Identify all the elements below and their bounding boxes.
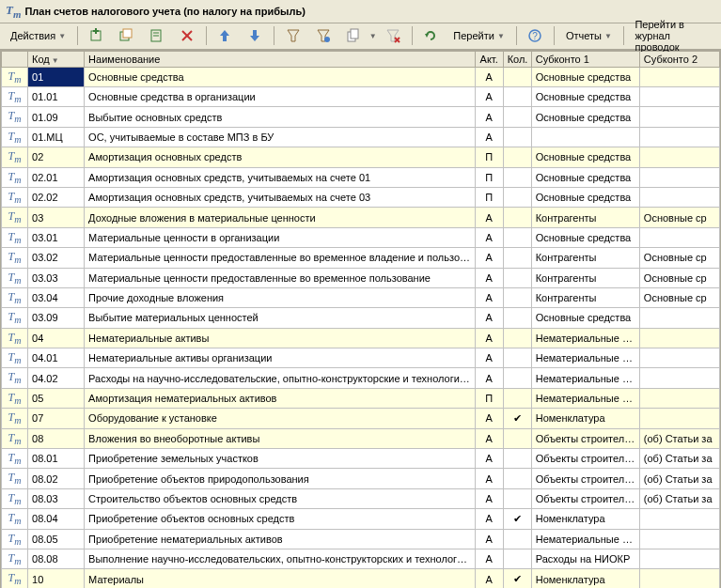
table-row[interactable]: Tт01Основные средстваАОсновные средства — [2, 67, 720, 86]
cell-sub2 — [639, 167, 719, 187]
cell-sub2: (об) Статьи за — [639, 469, 719, 488]
journal-label: Перейти в журнал проводок — [635, 19, 711, 53]
cell-code: 01.01 — [28, 86, 85, 106]
cell-sub1: Основные средства — [531, 86, 639, 106]
col-qty-header[interactable]: Кол. — [503, 51, 531, 67]
delete-icon[interactable] — [173, 25, 201, 46]
help-icon[interactable]: ? — [521, 25, 549, 46]
chevron-down-icon[interactable]: ▼ — [369, 32, 377, 40]
table-row[interactable]: Tт08.01Приобретение земельных участковАО… — [2, 449, 720, 469]
col-icon-header[interactable] — [2, 51, 28, 67]
filter-icon[interactable] — [279, 25, 307, 46]
table-row[interactable]: Tт08Вложения во внеоборотные активыАОбъе… — [2, 428, 720, 448]
toolbar: Действия ▼ ▼ Перейти ▼ ? Отчеты ▼ Перейт… — [0, 23, 721, 50]
table-row[interactable]: Tт02.01Амортизация основных средств, учи… — [2, 167, 720, 187]
col-act-header[interactable]: Акт. — [475, 51, 503, 67]
table-row[interactable]: Tт03.03Материальные ценности предоставле… — [2, 268, 720, 287]
cell-sub2 — [639, 187, 719, 207]
cell-code: 01.09 — [28, 107, 85, 127]
cell-sub1: Основные средства — [531, 227, 639, 247]
journal-link[interactable]: Перейти в журнал проводок — [628, 16, 717, 55]
col-sub1-header[interactable]: Субконто 1 — [531, 51, 639, 67]
goto-label: Перейти — [453, 30, 494, 41]
table-row[interactable]: Tт03.04Прочие доходные вложенияАКонтраге… — [2, 287, 720, 307]
table-row[interactable]: Tт08.02Приобретение объектов природополь… — [2, 469, 720, 488]
table-row[interactable]: Tт03.01Материальные ценности в организац… — [2, 227, 720, 247]
row-type-icon: Tт — [2, 187, 28, 207]
table-row[interactable]: Tт03.09Выбытие материальных ценностейАОс… — [2, 308, 720, 328]
col-name-header[interactable]: Наименование — [85, 51, 476, 67]
table-row[interactable]: Tт04Нематериальные активыАНематериальные… — [2, 328, 720, 348]
refresh-icon[interactable] — [416, 25, 445, 46]
row-type-icon: Tт — [2, 328, 28, 348]
copy-icon[interactable] — [339, 25, 368, 46]
move-down-icon[interactable] — [241, 25, 269, 46]
cell-act: А — [475, 449, 503, 469]
add-copy-icon[interactable] — [113, 25, 141, 46]
cell-code: 04.02 — [28, 368, 85, 388]
row-type-icon: Tт — [2, 469, 28, 488]
table-row[interactable]: Tт03Доходные вложения в материальные цен… — [2, 208, 720, 227]
table-row[interactable]: Tт08.08Выполнение научно-исследовательск… — [2, 549, 720, 568]
app-icon: Tт — [6, 3, 21, 20]
col-code-header[interactable]: Код▼ — [28, 51, 85, 67]
svg-text:?: ? — [533, 31, 539, 41]
cell-sub2: Основные ср — [639, 208, 719, 227]
table-row[interactable]: Tт08.04Приобретение объектов основных ср… — [2, 509, 720, 529]
cell-act: А — [475, 348, 503, 368]
cell-qty — [503, 208, 531, 227]
cell-act: А — [475, 208, 503, 227]
table-row[interactable]: Tт01.01Основные средства в организацииАО… — [2, 86, 720, 106]
cell-sub2 — [639, 227, 719, 247]
accounts-grid[interactable]: Код▼ Наименование Акт. Кол. Субконто 1 С… — [0, 50, 721, 588]
row-type-icon: Tт — [2, 287, 28, 307]
table-row[interactable]: Tт10МатериалыА✔Номенклатура — [2, 569, 720, 588]
cell-code: 03 — [28, 208, 85, 227]
cell-sub2 — [639, 86, 719, 106]
cell-sub1: Нематериальные ак… — [531, 328, 639, 348]
cell-code: 03.03 — [28, 268, 85, 287]
cell-sub2: Основные ср — [639, 268, 719, 287]
table-row[interactable]: Tт07Оборудование к установкеА✔Номенклату… — [2, 409, 720, 428]
table-row[interactable]: Tт03.02Материальные ценности предоставле… — [2, 248, 720, 268]
table-row[interactable]: Tт08.03Строительство объектов основных с… — [2, 488, 720, 508]
cell-name: Приобретение объектов основных средств — [85, 509, 476, 529]
cell-code: 08.04 — [28, 509, 85, 529]
cell-code: 10 — [28, 569, 85, 588]
cell-name: Выполнение научно-исследовательских, опы… — [85, 549, 476, 568]
table-row[interactable]: Tт04.02Расходы на научно-исследовательск… — [2, 368, 720, 388]
cell-name: Основные средства — [85, 67, 476, 86]
table-row[interactable]: Tт01.МЦОС, учитываемые в составе МПЗ в Б… — [2, 127, 720, 147]
table-row[interactable]: Tт02.02Амортизация основных средств, учи… — [2, 187, 720, 207]
cell-code: 04 — [28, 328, 85, 348]
clear-filter-icon[interactable] — [379, 25, 407, 46]
filter-by-icon[interactable] — [309, 25, 337, 46]
edit-icon[interactable] — [143, 25, 171, 46]
actions-label: Действия — [10, 30, 55, 41]
cell-qty — [503, 147, 531, 167]
table-row[interactable]: Tт04.01Нематериальные активы организации… — [2, 348, 720, 368]
table-row[interactable]: Tт02Амортизация основных средствПОсновны… — [2, 147, 720, 167]
cell-qty — [503, 428, 531, 448]
cell-sub1: Объекты строитель… — [531, 449, 639, 469]
cell-name: ОС, учитываемые в составе МПЗ в БУ — [85, 127, 476, 147]
cell-sub2 — [639, 388, 719, 408]
add-icon[interactable] — [83, 25, 111, 46]
svg-rect-4 — [123, 29, 132, 38]
cell-code: 07 — [28, 409, 85, 428]
goto-menu[interactable]: Перейти ▼ — [447, 27, 511, 44]
cell-act: А — [475, 488, 503, 508]
table-row[interactable]: Tт05Амортизация нематериальных активовПН… — [2, 388, 720, 408]
cell-act: А — [475, 469, 503, 488]
table-row[interactable]: Tт01.09Выбытие основных средствАОсновные… — [2, 107, 720, 127]
table-row[interactable]: Tт08.05Приобретение нематериальных актив… — [2, 529, 720, 549]
cell-code: 04.01 — [28, 348, 85, 368]
move-up-icon[interactable] — [211, 25, 239, 46]
actions-menu[interactable]: Действия ▼ — [4, 27, 72, 44]
cell-sub2: Основные ср — [639, 287, 719, 307]
cell-sub1: Нематериальные ак… — [531, 388, 639, 408]
reports-menu[interactable]: Отчеты ▼ — [559, 27, 619, 44]
cell-act: А — [475, 287, 503, 307]
col-sub2-header[interactable]: Субконто 2 — [639, 51, 719, 67]
cell-act: А — [475, 549, 503, 568]
